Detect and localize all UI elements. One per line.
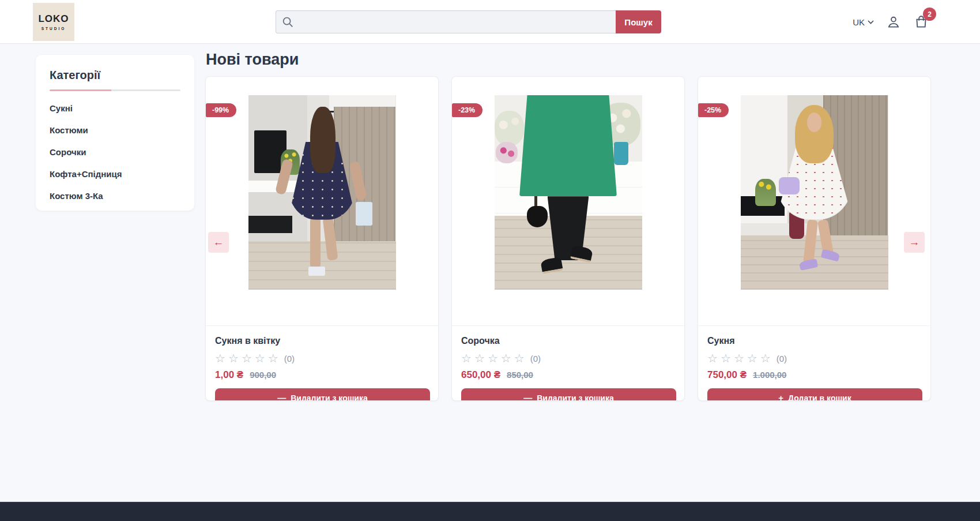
product-image[interactable]: [741, 95, 888, 290]
product-rating: ☆ ☆ ☆ ☆ ☆ (0): [461, 353, 675, 364]
star-icon: ☆: [514, 353, 525, 364]
search-button[interactable]: Пошук: [616, 10, 661, 33]
product-image-area: -23%: [452, 95, 684, 326]
price-old: 850,00: [507, 370, 533, 380]
language-label: UK: [853, 17, 865, 27]
minus-icon: —: [277, 393, 286, 401]
price-old: 1.000,00: [753, 370, 786, 380]
product-card[interactable]: -99% Сукня в квітку ☆ ☆ ☆ ☆ ☆: [205, 76, 439, 401]
carousel-prev-button[interactable]: ←: [208, 232, 229, 253]
product-name[interactable]: Сорочка: [461, 336, 675, 346]
star-icon: ☆: [707, 353, 718, 364]
star-icon: ☆: [461, 353, 472, 364]
footer: [0, 501, 980, 521]
star-icon: ☆: [228, 353, 239, 364]
search-bar: Пошук: [276, 10, 661, 33]
star-icon: ☆: [501, 353, 511, 364]
star-icon: ☆: [268, 353, 278, 364]
button-label: Додати в кошик: [788, 393, 851, 402]
product-name[interactable]: Сукня в квітку: [215, 336, 429, 346]
logo-text: LOKO: [38, 13, 69, 25]
sidebar-item-suits[interactable]: Костюми: [50, 125, 180, 135]
button-label: Видалити з кошика: [537, 393, 614, 402]
discount-badge: -25%: [698, 103, 729, 117]
search-input[interactable]: [276, 10, 616, 33]
product-image[interactable]: [495, 95, 642, 290]
minus-icon: —: [523, 393, 532, 401]
account-button[interactable]: [885, 14, 902, 30]
price-current: 650,00 ₴: [461, 369, 500, 381]
button-label: Видалити з кошика: [291, 393, 368, 402]
remove-from-cart-button[interactable]: — Видалити з кошика: [215, 388, 430, 401]
product-prices: 1,00 ₴ 900,00: [215, 369, 429, 381]
cart-button[interactable]: 2: [913, 14, 929, 30]
carousel-next-button[interactable]: →: [904, 232, 925, 253]
star-icon: ☆: [760, 353, 771, 364]
product-image[interactable]: [248, 95, 396, 290]
product-info: Сукня в квітку ☆ ☆ ☆ ☆ ☆ (0) 1,00 ₴ 900,…: [206, 326, 438, 401]
discount-badge: -23%: [452, 103, 483, 117]
header: LOKO STUDIO Пошук UK: [0, 0, 980, 44]
star-icon: ☆: [474, 353, 485, 364]
arrow-left-icon: ←: [213, 236, 224, 249]
logo[interactable]: LOKO STUDIO: [33, 3, 74, 41]
product-rating: ☆ ☆ ☆ ☆ ☆ (0): [215, 353, 429, 364]
product-image-area: -99%: [206, 95, 438, 326]
language-selector[interactable]: UK: [853, 17, 874, 27]
price-old: 900,00: [250, 370, 276, 380]
product-prices: 750,00 ₴ 1.000,00: [707, 369, 921, 381]
header-controls: UK 2: [853, 10, 929, 33]
user-icon: [886, 14, 901, 29]
page-title: Нові товари: [206, 51, 299, 69]
star-icon: ☆: [255, 353, 265, 364]
chevron-down-icon: [868, 20, 874, 24]
rating-count: (0): [777, 354, 787, 363]
add-to-cart-button[interactable]: + Додати в кошик: [707, 388, 922, 401]
product-name[interactable]: Сукня: [707, 336, 921, 346]
arrow-right-icon: →: [909, 236, 920, 249]
star-icon: ☆: [721, 353, 731, 364]
sidebar-item-dresses[interactable]: Сукні: [50, 103, 180, 113]
sidebar-item-shirts[interactable]: Сорочки: [50, 147, 180, 157]
sidebar-item-suit-3[interactable]: Костюм 3-Ка: [50, 191, 180, 201]
product-info: Сорочка ☆ ☆ ☆ ☆ ☆ (0) 650,00 ₴ 850,00 — …: [452, 326, 684, 401]
cart-count-badge: 2: [923, 8, 936, 21]
star-icon: ☆: [734, 353, 744, 364]
product-info: Сукня ☆ ☆ ☆ ☆ ☆ (0) 750,00 ₴ 1.000,00 + …: [698, 326, 930, 401]
logo-subtext: STUDIO: [42, 27, 66, 31]
categories-title: Категорії: [50, 69, 180, 82]
product-carousel: -99% Сукня в квітку ☆ ☆ ☆ ☆ ☆: [205, 76, 931, 401]
product-prices: 650,00 ₴ 850,00: [461, 369, 675, 381]
page: LOKO STUDIO Пошук UK: [0, 0, 980, 521]
rating-count: (0): [530, 354, 541, 363]
product-card[interactable]: -25% Сукня ☆ ☆ ☆ ☆ ☆ (0): [698, 76, 931, 401]
product-rating: ☆ ☆ ☆ ☆ ☆ (0): [707, 353, 921, 364]
product-card[interactable]: -23% Сорочка ☆ ☆ ☆ ☆ ☆ (0): [451, 76, 685, 401]
sidebar-item-top-skirt[interactable]: Кофта+Спідниця: [50, 169, 180, 179]
rating-count: (0): [284, 354, 295, 363]
star-icon: ☆: [242, 353, 252, 364]
categories-divider: [50, 89, 180, 91]
star-icon: ☆: [747, 353, 757, 364]
product-image-area: -25%: [698, 95, 930, 326]
remove-from-cart-button[interactable]: — Видалити з кошика: [461, 388, 676, 401]
star-icon: ☆: [488, 353, 498, 364]
plus-icon: +: [778, 393, 783, 401]
price-current: 1,00 ₴: [215, 369, 243, 381]
categories-panel: Категорії Сукні Костюми Сорочки Кофта+Сп…: [36, 55, 194, 211]
discount-badge: -99%: [206, 103, 236, 117]
price-current: 750,00 ₴: [707, 369, 747, 381]
star-icon: ☆: [215, 353, 225, 364]
